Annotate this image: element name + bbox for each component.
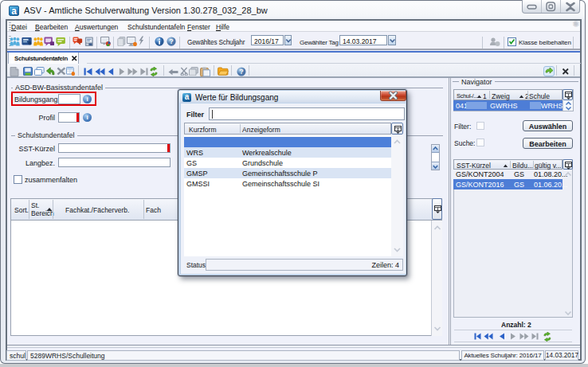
svg-text:?: ?	[239, 68, 243, 76]
svg-text:?: ?	[169, 37, 173, 45]
